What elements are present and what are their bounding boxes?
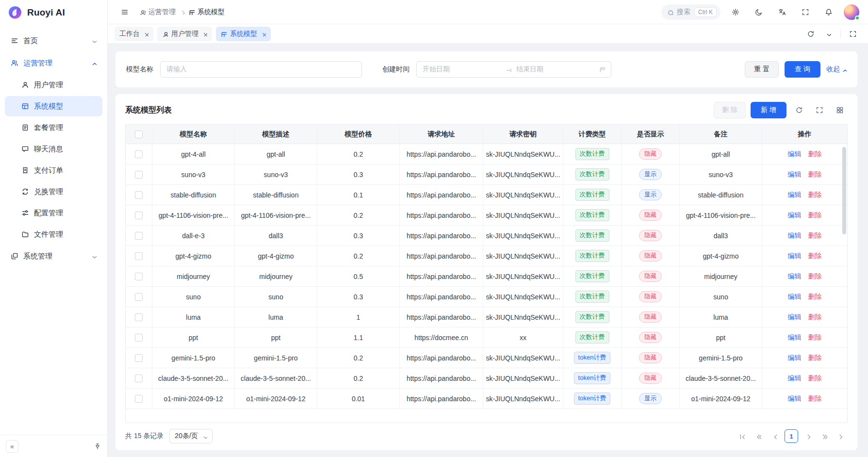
sidebar-item-config-management[interactable]: 配置管理: [5, 203, 102, 223]
sidebar-collapse-button[interactable]: «: [6, 440, 18, 453]
table-fullscreen-button[interactable]: [812, 102, 827, 118]
row-checkbox[interactable]: [135, 313, 143, 321]
table-refresh-button[interactable]: [791, 102, 807, 118]
sidebar-item-operations[interactable]: 运营管理: [5, 52, 102, 74]
edit-link[interactable]: 编辑: [788, 150, 802, 159]
row-checkbox[interactable]: [135, 252, 143, 260]
delete-link[interactable]: 删除: [808, 333, 822, 342]
delete-link[interactable]: 删除: [808, 170, 822, 179]
row-checkbox[interactable]: [135, 232, 143, 240]
cell-remark: stable-diffusion: [680, 185, 762, 205]
edit-link[interactable]: 编辑: [788, 313, 802, 322]
dark-mode-button[interactable]: [751, 4, 767, 20]
breadcrumb-label: 运营管理: [148, 8, 176, 16]
pin-icon[interactable]: [94, 442, 101, 450]
edit-link[interactable]: 编辑: [788, 394, 802, 403]
reset-button[interactable]: 重 置: [745, 61, 779, 78]
sidebar-item-user-management[interactable]: 用户管理: [5, 75, 102, 95]
collapse-filter-link[interactable]: 收起: [826, 65, 847, 74]
pagination-last-button[interactable]: [834, 429, 848, 443]
tab-system-model[interactable]: 系统模型: [216, 27, 271, 41]
delete-link[interactable]: 删除: [808, 150, 822, 159]
table-row: gemini-1.5-progemini-1.5-pro0.2https://a…: [126, 348, 847, 368]
refresh-tab-button[interactable]: [802, 26, 819, 42]
sidebar-item-file-management[interactable]: 文件管理: [5, 224, 102, 245]
edit-link[interactable]: 编辑: [788, 374, 802, 383]
pagination-next-button[interactable]: [801, 429, 815, 443]
user-avatar[interactable]: [844, 4, 859, 20]
global-search[interactable]: 搜索 Ctrl K: [661, 4, 721, 20]
pagination-jump-back-button[interactable]: [752, 429, 765, 443]
delete-link[interactable]: 删除: [808, 252, 822, 261]
sidebar-item-system-management[interactable]: 系统管理: [5, 245, 102, 267]
row-checkbox[interactable]: [135, 375, 143, 382]
sidebar-item-chat-messages[interactable]: 聊天消息: [5, 139, 102, 159]
pagination-jump-forward-button[interactable]: [818, 429, 831, 443]
row-checkbox[interactable]: [135, 150, 143, 158]
billing-type-tag: token计费: [574, 352, 611, 363]
query-button[interactable]: 查 询: [785, 61, 820, 78]
delete-link[interactable]: 删除: [808, 272, 822, 281]
breadcrumb-item-operations[interactable]: 运营管理: [140, 8, 176, 16]
page-size-select[interactable]: 20条/页: [169, 429, 212, 443]
fullscreen-button[interactable]: [797, 4, 814, 20]
row-checkbox[interactable]: [135, 191, 143, 199]
sidebar-item-system-model[interactable]: 系统模型: [5, 96, 102, 116]
delete-link[interactable]: 删除: [808, 231, 822, 240]
delete-link[interactable]: 删除: [808, 313, 822, 322]
edit-link[interactable]: 编辑: [788, 354, 802, 362]
row-checkbox[interactable]: [135, 171, 143, 179]
delete-link[interactable]: 删除: [808, 354, 822, 362]
select-all-checkbox[interactable]: [135, 131, 143, 138]
visibility-tag: 隐藏: [639, 291, 662, 303]
row-checkbox[interactable]: [135, 334, 143, 342]
row-checkbox[interactable]: [135, 212, 143, 219]
notifications-button[interactable]: [820, 4, 837, 20]
row-checkbox[interactable]: [135, 395, 143, 403]
breadcrumb-item-system-model[interactable]: 系统模型: [189, 8, 225, 16]
add-button[interactable]: 新 增: [751, 102, 786, 118]
delete-link[interactable]: 删除: [808, 191, 822, 199]
sidebar-item-payment-orders[interactable]: 支付订单: [5, 160, 102, 180]
settings-button[interactable]: [727, 4, 744, 20]
brand-name: Ruoyi AI: [27, 7, 65, 18]
tab-close-button[interactable]: [143, 31, 148, 36]
tab-close-button[interactable]: [261, 31, 266, 36]
tab-menu-button[interactable]: [820, 26, 836, 42]
language-button[interactable]: [774, 4, 790, 20]
tab-close-button[interactable]: [202, 31, 207, 36]
row-checkbox[interactable]: [135, 354, 143, 362]
delete-link[interactable]: 删除: [808, 394, 822, 403]
cell-model-price: 1.1: [317, 327, 400, 347]
edit-link[interactable]: 编辑: [788, 272, 802, 281]
row-checkbox[interactable]: [135, 273, 143, 280]
bulk-delete-button[interactable]: 删 除: [714, 102, 746, 118]
sidebar-item-package-management[interactable]: 套餐管理: [5, 117, 102, 138]
tab-workbench[interactable]: 工作台: [115, 27, 153, 41]
tab-user-management[interactable]: 用户管理: [157, 27, 212, 41]
edit-link[interactable]: 编辑: [788, 191, 802, 199]
edit-link[interactable]: 编辑: [788, 333, 802, 342]
pagination-page-1[interactable]: 1: [785, 429, 798, 443]
content-fullscreen-button[interactable]: [845, 26, 861, 42]
column-settings-button[interactable]: [832, 102, 848, 118]
chevron-down-icon: [825, 31, 831, 37]
sidebar-item-exchange-management[interactable]: 兑换管理: [5, 181, 102, 202]
pagination-first-button[interactable]: [735, 429, 749, 443]
sidebar-toggle-button[interactable]: [116, 4, 133, 20]
pagination-prev-button[interactable]: [768, 429, 782, 443]
delete-link[interactable]: 删除: [808, 211, 822, 220]
row-checkbox[interactable]: [135, 293, 143, 301]
model-name-input[interactable]: 请输入: [160, 61, 362, 78]
sidebar-item-home[interactable]: 首页: [5, 30, 102, 51]
delete-link[interactable]: 删除: [808, 374, 822, 383]
edit-link[interactable]: 编辑: [788, 170, 802, 179]
layers-icon: [11, 252, 18, 260]
create-time-range-picker[interactable]: 开始日期 结束日期: [416, 61, 611, 78]
edit-link[interactable]: 编辑: [788, 231, 802, 240]
edit-link[interactable]: 编辑: [788, 211, 802, 220]
edit-link[interactable]: 编辑: [788, 293, 802, 301]
delete-link[interactable]: 删除: [808, 293, 822, 301]
table-scrollbar[interactable]: [842, 147, 846, 234]
edit-link[interactable]: 编辑: [788, 252, 802, 261]
